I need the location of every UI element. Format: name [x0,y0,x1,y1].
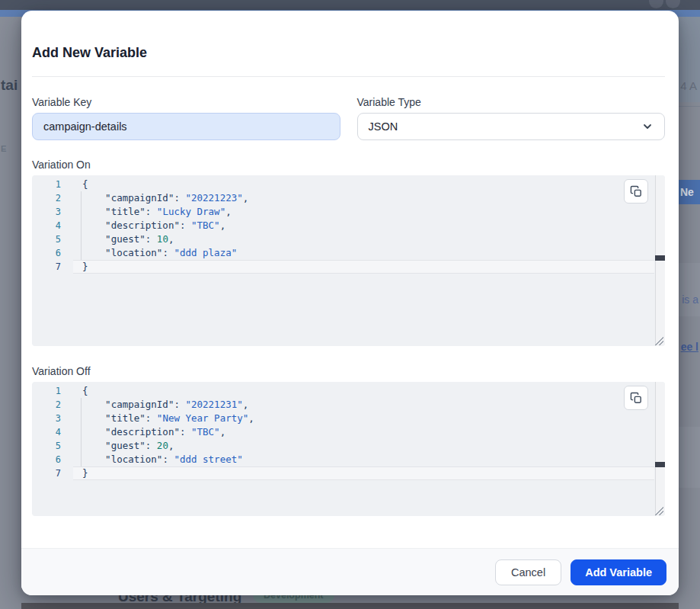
backdrop-navbar [0,0,700,10]
indent-guide [81,191,82,260]
editor-gutter: 1234567 [32,382,73,516]
modal-body: Add New Variable Variable Key Variable T… [21,11,679,548]
editor-code[interactable]: { "campaignId": "20221223", "title": "Lu… [73,175,654,346]
add-variable-modal: Add New Variable Variable Key Variable T… [21,11,679,595]
variation-on-editor[interactable]: 1234567 { "campaignId": "20221223", "tit… [32,175,665,346]
fields-row: Variable Key Variable Type JSON [32,96,665,140]
backdrop-label-fragment: E [1,144,6,153]
scrollbar-thumb[interactable] [655,462,665,467]
editor-gutter: 1234567 [32,175,73,346]
indent-guide [81,398,82,466]
chevron-down-icon [641,120,654,133]
variable-key-input[interactable] [32,113,340,140]
variable-type-field: Variable Type JSON [357,96,666,140]
cancel-button[interactable]: Cancel [495,559,561,585]
variable-key-field: Variable Key [32,96,340,140]
backdrop-page-heading-fragment: tai [1,77,18,94]
backdrop-link-fragment[interactable]: ee l [681,341,698,353]
backdrop-date-fragment: 4 A [680,79,697,92]
scrollbar-track[interactable] [655,175,665,346]
scrollbar-thumb[interactable] [655,255,665,261]
variable-type-select[interactable]: JSON [357,113,666,140]
variable-key-label: Variable Key [32,96,340,108]
add-variable-button[interactable]: Add Variable [571,559,666,585]
divider [32,76,665,77]
variation-off-label: Variation Off [32,365,665,377]
navbar-avatar-icon [666,0,680,8]
variation-on-label: Variation On [32,159,665,171]
navbar-avatar-icon [649,0,663,8]
resize-handle[interactable] [655,337,663,345]
variation-off-editor[interactable]: 1234567 { "campaignId": "20221231", "tit… [32,382,665,516]
copy-button[interactable] [624,179,648,204]
resize-handle[interactable] [655,507,663,515]
backdrop-code-strip [21,603,679,609]
backdrop-link-fragment[interactable]: is a [682,293,698,306]
variable-type-label: Variable Type [357,96,666,108]
modal-footer: Cancel Add Variable [21,548,679,595]
editor-code[interactable]: { "campaignId": "20221231", "title": "Ne… [73,382,654,516]
modal-title: Add New Variable [32,46,665,60]
scrollbar-track[interactable] [655,382,665,516]
copy-button[interactable] [624,386,648,410]
variable-type-value: JSON [369,120,398,133]
screen: tai E 4 A Ne is a ee l Users & Targeting… [0,0,700,609]
